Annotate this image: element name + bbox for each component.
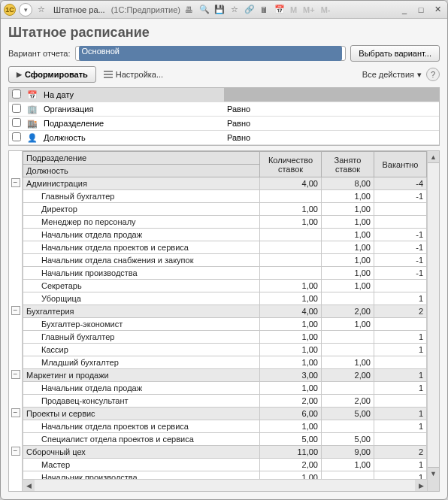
table-row[interactable]: Сборочный цех11,009,002	[23, 446, 427, 459]
table-row[interactable]: Мастер2,001,001	[23, 459, 427, 471]
table-row[interactable]: Начальник отдела снабжения и закупок1,00…	[23, 254, 427, 267]
nav-dropdown-button[interactable]: ▾	[19, 3, 32, 17]
print-icon[interactable]: 🖶	[183, 4, 195, 16]
cell-qty: 2,00	[260, 395, 322, 408]
table-row[interactable]: Менеджер по персоналу1,001,00	[23, 216, 427, 229]
favorite-icon[interactable]: ☆	[35, 4, 47, 16]
m-plus-button[interactable]: M+	[301, 5, 316, 14]
collapse-icon[interactable]: −	[11, 408, 20, 417]
cell-busy: 1,00	[322, 280, 374, 292]
cell-vac	[374, 395, 427, 408]
dept-icon: 🏬	[24, 117, 41, 131]
link-icon[interactable]: 🔗	[244, 4, 256, 16]
cell-busy: 1,00	[322, 356, 374, 369]
cell-qty: 1,00	[260, 203, 322, 216]
table-row[interactable]: Продавец-консультант2,002,00	[23, 395, 427, 408]
cell-qty: 4,00	[260, 305, 322, 318]
table-row[interactable]: Бухгалтерия4,002,002	[23, 305, 427, 318]
scroll-up-icon[interactable]: ▲	[428, 151, 439, 163]
table-row[interactable]: Бухгалтер-экономист1,001,00	[23, 318, 427, 331]
m-button[interactable]: M	[289, 5, 298, 14]
table-row[interactable]: Специалист отдела проектов и сервиса5,00…	[23, 433, 427, 446]
app-icon: 1C	[4, 4, 16, 16]
settings-link[interactable]: Настройка...	[104, 70, 163, 79]
star-icon[interactable]: ☆	[229, 4, 241, 16]
form-button[interactable]: ▶ Сформировать	[8, 66, 96, 83]
vertical-scrollbar[interactable]: ▲ ▼	[427, 151, 439, 491]
filter-org-checkbox[interactable]	[12, 104, 21, 113]
preview-icon[interactable]: 🔍	[198, 4, 210, 16]
calc-icon[interactable]: 🖩	[259, 4, 271, 16]
table-row[interactable]: Главный бухгалтер1,001	[23, 331, 427, 344]
save-icon[interactable]: 💾	[213, 4, 226, 16]
table-row[interactable]: Администрация4,008,00-4	[23, 177, 427, 190]
col-position: Должность	[23, 165, 260, 177]
window-subtitle: (1С:Предприятие)	[111, 5, 180, 14]
scroll-left-icon[interactable]: ◀	[23, 480, 35, 491]
table-row[interactable]: Директор1,001,00	[23, 203, 427, 216]
cell-name: Специалист отдела проектов и сервиса	[23, 433, 260, 446]
cell-vac: 1	[374, 420, 427, 433]
filter-dept-checkbox[interactable]	[12, 118, 21, 127]
collapse-icon[interactable]: −	[11, 370, 20, 379]
variant-value: Основной	[79, 46, 343, 61]
cell-qty	[260, 190, 322, 203]
choose-variant-button[interactable]: Выбрать вариант...	[350, 45, 440, 62]
filter-org-op[interactable]: Равно	[224, 102, 439, 117]
cell-busy: 1,00	[322, 229, 374, 241]
filter-header: На дату	[41, 88, 224, 102]
outline-gutter[interactable]: −−−−−−	[9, 151, 23, 491]
cell-name: Начальник отдела проектов и сервиса	[23, 420, 260, 433]
help-button[interactable]: ?	[426, 68, 440, 81]
close-button[interactable]: ✕	[431, 4, 444, 16]
cell-busy: 1,00	[322, 203, 374, 216]
table-row[interactable]: Секретарь1,001,00	[23, 280, 427, 292]
table-row[interactable]: Кассир1,001	[23, 344, 427, 356]
collapse-icon[interactable]: −	[11, 447, 20, 456]
cell-qty	[260, 254, 322, 267]
cell-busy	[322, 331, 374, 344]
table-row[interactable]: Начальник отдела продаж1,001	[23, 382, 427, 395]
cell-qty	[260, 229, 322, 241]
collapse-icon[interactable]: −	[11, 178, 20, 187]
filter-pos-op[interactable]: Равно	[224, 131, 439, 145]
filter-all-checkbox[interactable]	[12, 89, 21, 98]
cell-busy: 1,00	[322, 267, 374, 280]
cell-vac: 2	[374, 446, 427, 459]
variant-input[interactable]: Основной	[75, 46, 347, 61]
cell-qty: 1,00	[260, 292, 322, 305]
cell-vac: 1	[374, 292, 427, 305]
scroll-right-icon[interactable]: ▶	[415, 480, 427, 491]
scroll-down-icon[interactable]: ▼	[428, 467, 439, 479]
table-row[interactable]: Начальник отдела проектов и сервиса1,001	[23, 420, 427, 433]
cell-busy: 8,00	[322, 177, 374, 190]
cell-qty	[260, 241, 322, 254]
cell-vac: 1	[374, 331, 427, 344]
cell-vac	[374, 433, 427, 446]
minimize-button[interactable]: _	[398, 4, 411, 16]
filter-pos-checkbox[interactable]	[12, 132, 21, 141]
calendar-icon[interactable]: 📅	[274, 4, 286, 16]
maximize-button[interactable]: □	[414, 4, 428, 16]
filter-dept-op[interactable]: Равно	[224, 117, 439, 131]
collapse-icon[interactable]: −	[11, 306, 20, 315]
table-row[interactable]: Проекты и сервис6,005,001	[23, 408, 427, 420]
table-row[interactable]: Главный бухгалтер1,00-1	[23, 190, 427, 203]
table-row[interactable]: Начальник отдела продаж1,00-1	[23, 229, 427, 241]
table-row[interactable]: Начальник производства1,00-1	[23, 267, 427, 280]
cell-vac: 1	[374, 459, 427, 471]
table-row[interactable]: Маркетинг и продажи3,002,001	[23, 369, 427, 382]
all-actions-link[interactable]: Все действия ▾	[362, 70, 422, 80]
pos-icon: 👤	[24, 131, 41, 145]
horizontal-scrollbar[interactable]: ◀ ▶	[23, 479, 427, 491]
table-row[interactable]: Младший бухгалтер1,001,00	[23, 356, 427, 369]
table-row[interactable]: Начальник отдела проектов и сервиса1,00-…	[23, 241, 427, 254]
report-table-scroll[interactable]: Подразделение Количество ставок Занято с…	[23, 151, 427, 491]
cell-vac: -1	[374, 229, 427, 241]
cell-name: Начальник производства	[23, 267, 260, 280]
cell-name: Маркетинг и продажи	[23, 369, 260, 382]
cell-name: Проекты и сервис	[23, 408, 260, 420]
m-minus-button[interactable]: M-	[319, 5, 332, 14]
table-row[interactable]: Уборщица1,001	[23, 292, 427, 305]
calendar-small-icon: 📅	[24, 88, 41, 102]
